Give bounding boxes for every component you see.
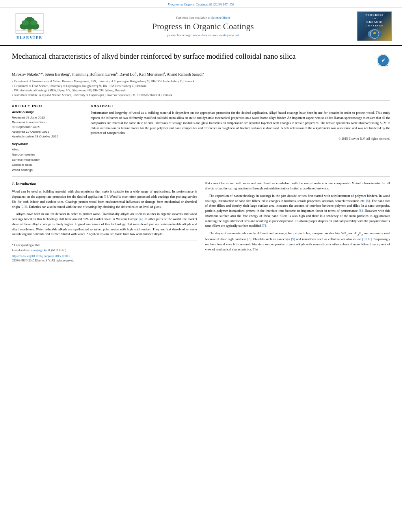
body-divider [12,176,390,177]
ref-7[interactable]: [7] [262,224,266,228]
body-col-right: that cannot be mixed with water and are … [205,181,390,263]
svg-point-10 [373,32,376,34]
keyword-wood: Wood coatings [12,168,83,173]
journal-citation: Progress in Organic Coatings 90 (2016) 1… [168,2,234,6]
article-title: Mechanical characteristics of alkyd bind… [12,52,372,61]
ref-10-11[interactable]: [10,11] [362,237,372,241]
affiliation-b: b Department of Food Science, University… [12,84,390,89]
accepted-date: Accepted 12 October 2015 [12,130,83,134]
contents-line: Contents lists available at ScienceDirec… [176,16,230,20]
journal-cover: PROGRESS IN ORGANIC COATINGS [357,11,392,41]
keyword-surface: Surface modification [12,158,83,163]
affiliation-c: c PPG Architectural Coatings EMEA, Dyrup… [12,89,390,93]
keyword-colloidal: Colloidal silica [12,163,83,168]
body-para-2: Alkyds have been in use for decades in o… [12,211,197,237]
homepage-url[interactable]: www.elsevier.com/locate/porgcoat [193,33,239,37]
article-info-column: ARTICLE INFO Article history: Received 2… [12,104,83,172]
body-para-3: that cannot be mixed with water and are … [205,181,390,191]
svg-point-6 [30,20,37,25]
available-date: Available online 28 October 2015 [12,134,83,139]
title-section: Mechanical characteristics of alkyd bind… [12,52,390,67]
body-col-left: 1. Introduction Wood can be used as buil… [12,181,197,263]
svg-text:CrossMark: CrossMark [378,64,388,67]
ref-1[interactable]: [1] [104,195,108,198]
abstract-copyright: © 2015 Elsevier B.V. All rights reserved… [91,137,390,141]
svg-point-5 [22,20,29,25]
received-date: Received 23 June 2015 [12,115,83,120]
elsevier-logo: ELSEVIER [14,13,45,40]
svg-text:✓: ✓ [381,57,386,63]
article-info-header: ARTICLE INFO [12,104,83,108]
abstract-header: ABSTRACT [91,104,390,108]
body-content: 1. Introduction Wood can be used as buil… [12,181,390,263]
affiliation-d: d Niels Bohr Institute, X-ray and Neutro… [12,93,390,98]
body-para-4: The expansion of nanotechnology in coati… [205,193,390,228]
header-right: PROGRESS IN ORGANIC COATINGS [355,11,394,41]
body-para-1: Wood can be used as building material wi… [12,189,197,209]
crossmark-icon[interactable]: ✓ CrossMark [376,54,390,67]
sciencedirect-link[interactable]: ScienceDirect [211,16,230,20]
author-lof: David Löfc [119,72,137,76]
author-mortensen: Kell Mortensend [139,72,165,76]
article-info-abstract: ARTICLE INFO Article history: Received 2… [12,104,390,172]
header-section: ELSEVIER Contents lists available at Sci… [0,7,402,46]
body-para-5: The shape of nanomaterials can be differ… [205,231,390,252]
received-revised-date: 30 September 2015 [12,125,83,130]
affiliation-a: a Department of Geosciences and Natural … [12,80,390,84]
authors-line: Miroslav Nikolica,*, Søren Barsberga, Fl… [12,71,390,77]
journal-title: Progress in Organic Coatings [152,21,254,32]
author-barsberg: Søren Barsberga [45,72,70,76]
elsevier-tree-icon [14,13,45,34]
ref-9[interactable]: [9] [291,237,295,241]
keywords-label: Keywords: [12,142,83,146]
footnote-email-link[interactable]: mirn@ign.ku.dk [31,248,50,252]
ref-4[interactable]: [4] [139,217,143,221]
ref-6[interactable]: [6] [359,209,363,213]
abstract-text: Performance and longevity of wood as a b… [91,110,390,135]
ref-2-3[interactable]: [2,3] [20,205,27,209]
doi-link[interactable]: http://dx.doi.org/10.1016/j.porgcoat.201… [12,254,197,258]
footnote-area: * Corresponding author. E-mail address: … [12,241,197,263]
ref-5[interactable]: [5] [366,199,370,203]
article-content: Mechanical characteristics of alkyd bind… [0,46,402,269]
divider-1 [12,100,390,101]
abstract-column: ABSTRACT Performance and longevity of wo… [91,104,390,172]
elsevier-text: ELSEVIER [17,35,43,40]
affiliations: a Department of Geosciences and Natural … [12,80,390,97]
section1-title: 1. Introduction [12,181,197,187]
page: Progress in Organic Coatings 90 (2016) 1… [0,0,402,532]
footer-copyright: 0300-9440/© 2015 Elsevier B.V. All right… [12,258,197,263]
history-label: Article history: [12,110,83,114]
author-sanadi: Anand Ramesh Sanadia [167,72,204,76]
cover-badge-icon [370,29,380,39]
journal-top-bar: Progress in Organic Coatings 90 (2016) 1… [0,0,402,7]
keyword-nanocomposites: Nanocomposites [12,152,83,158]
footnote-email: E-mail address: mirn@ign.ku.dk (M. Nikol… [12,248,197,253]
author-larsen: Flemming Hofmann Larsenb [72,72,117,76]
footnote-email-name: (M. Nikolic). [51,248,67,252]
author-nikolic: Miroslav Nikolica,* [12,72,43,76]
footnote-corresponding: * Corresponding author. [12,243,197,248]
received-revised-label: Received in revised form [12,120,83,125]
header-left: ELSEVIER [8,11,51,41]
keyword-alkyd: Alkyd [12,147,83,152]
header-center: Contents lists available at ScienceDirec… [55,11,351,41]
ref-8[interactable]: [8] [248,237,251,241]
journal-homepage: journal homepage: www.elsevier.com/locat… [167,33,239,37]
